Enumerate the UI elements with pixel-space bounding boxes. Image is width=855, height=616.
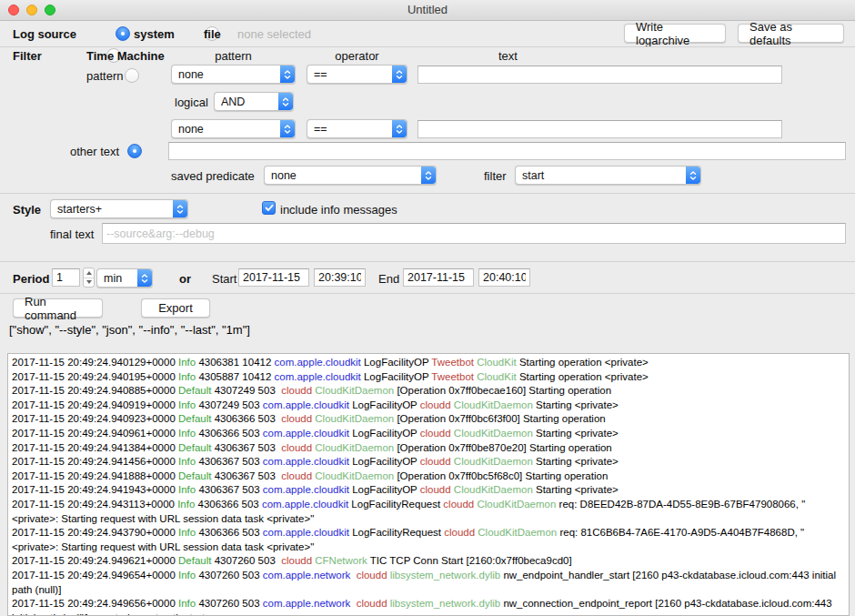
pattern-1-select[interactable]: none [171,65,296,84]
chevron-up-down-icon [421,167,436,184]
chevron-up-down-icon [137,269,152,287]
period-label: Period [13,272,49,286]
pattern-2-select[interactable]: none [171,119,296,138]
log-line: 2017-11-15 20:49:24.940885+0000 Default … [12,384,845,399]
save-as-defaults-button[interactable]: Save as defaults [738,24,844,43]
period-value-input[interactable] [52,268,80,287]
log-line: 2017-11-15 20:49:24.941943+0000 Info 430… [12,483,845,498]
text-1-input[interactable] [417,66,782,84]
text-column-header: text [498,49,518,63]
final-text-input[interactable] [102,223,846,244]
log-line: 2017-11-15 20:49:24.941384+0000 Default … [12,441,845,456]
write-logarchive-button[interactable]: Write logarchive [624,24,726,43]
include-info-label: include info messages [280,203,397,217]
start-label: Start [212,272,236,286]
log-source-system-radio[interactable] [116,26,130,41]
other-text-label: other text [70,145,119,158]
include-info-checkbox[interactable] [262,201,276,215]
log-line: 2017-11-15 20:49:24.949654+0000 Info 430… [12,569,845,597]
chevron-up-down-icon [392,66,407,83]
log-line: 2017-11-15 20:49:24.949621+0000 Default … [12,554,845,569]
operator-column-header: operator [307,49,407,63]
separator [0,261,855,262]
log-line: 2017-11-15 20:49:24.949656+0000 Info 430… [12,597,845,616]
chevron-up-down-icon [173,200,187,217]
log-line: 2017-11-15 20:49:24.940919+0000 Info 430… [12,399,845,413]
pattern-radio-label: pattern [86,69,123,83]
period-unit-select[interactable]: min [96,268,153,288]
other-text-radio[interactable] [127,144,142,158]
filter-label: Filter [13,49,42,63]
filter-select[interactable]: start [515,166,701,185]
separator [0,46,855,47]
style-label: Style [13,203,41,217]
or-label: or [179,272,191,286]
end-label: End [378,272,399,286]
logical-select[interactable]: AND [214,92,294,111]
final-text-label: final text [50,227,94,241]
start-date-input[interactable] [238,268,309,287]
chevron-up-down-icon [280,120,295,137]
end-date-input[interactable] [403,268,474,287]
log-line: 2017-11-15 20:49:24.941456+0000 Info 430… [12,455,845,470]
stepper-down-icon[interactable] [84,278,94,288]
export-button[interactable]: Export [141,298,210,318]
operator-1-select[interactable]: == [307,65,407,84]
time-machine-label: Time Machine [86,49,165,63]
log-output[interactable]: 2017-11-15 20:49:24.940129+0000 Info 430… [7,353,850,616]
log-source-file-label: file [204,27,221,41]
chevron-up-down-icon [392,120,407,137]
saved-predicate-label: saved predicate [171,169,255,183]
log-source-system-label: system [134,27,175,41]
chevron-up-down-icon [686,167,700,184]
log-line: 2017-11-15 20:49:24.940129+0000 Info 430… [12,356,845,370]
log-line: 2017-11-15 20:49:24.940961+0000 Info 430… [12,427,845,441]
period-stepper[interactable] [83,268,95,288]
log-line: 2017-11-15 20:49:24.943113+0000 Info 430… [12,498,845,526]
other-text-input[interactable] [168,142,846,160]
style-select[interactable]: starters+ [50,199,188,218]
chevron-up-down-icon [278,93,293,110]
start-time-input[interactable] [314,268,366,287]
filter-select-label: filter [484,169,507,183]
window-title: Untitled [0,3,855,16]
end-time-input[interactable] [478,268,530,287]
app-window: Untitled Log source system file none sel… [0,0,855,616]
stepper-up-icon[interactable] [84,268,94,278]
pattern-column-header: pattern [171,49,296,63]
file-none-selected-text: none selected [237,27,311,41]
saved-predicate-select[interactable]: none [264,166,437,185]
run-command-button[interactable]: Run command [13,298,103,318]
logical-label: logical [175,96,208,109]
separator [0,293,855,294]
log-source-label: Log source [13,27,76,41]
log-line: 2017-11-15 20:49:24.941888+0000 Default … [12,470,845,484]
pattern-radio[interactable] [125,68,139,83]
chevron-up-down-icon [280,66,295,83]
separator [0,193,855,194]
operator-2-select[interactable]: == [307,119,407,138]
command-preview-text: ["show", "--style", "json", "--info", "-… [9,323,250,337]
log-line: 2017-11-15 20:49:24.943790+0000 Info 430… [12,526,845,554]
title-bar[interactable]: Untitled [0,0,855,21]
log-line: 2017-11-15 20:49:24.940195+0000 Info 430… [12,370,845,385]
text-2-input[interactable] [417,120,782,138]
log-line: 2017-11-15 20:49:24.940923+0000 Default … [12,412,845,427]
